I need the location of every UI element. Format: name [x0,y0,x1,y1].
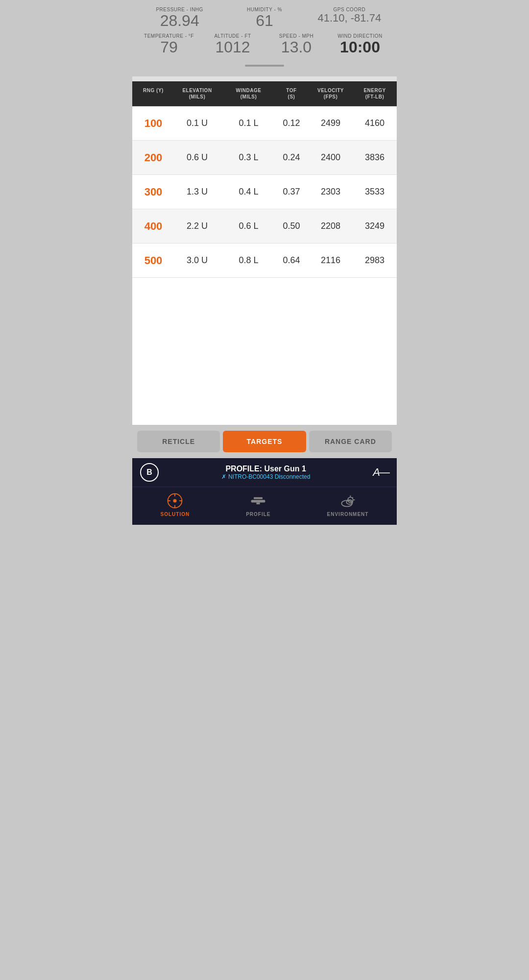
solution-icon [166,492,184,510]
windage-cell: 0.8 L [223,249,274,271]
windage-cell: 0.6 L [223,215,274,237]
gps-item: GPS COORD 41.10, -81.74 [307,7,392,29]
svg-line-11 [352,497,353,498]
energy-cell: 3533 [353,181,397,203]
windage-cell: 0.4 L [223,181,274,203]
windage-cell: 0.1 L [223,112,274,134]
elevation-cell: 0.1 U [171,112,223,134]
weather-row-1: PRESSURE - INHG 28.94 HUMIDITY - % 61 GP… [137,7,392,29]
empty-content-area [132,278,397,425]
icon-navigation: SOLUTION PROFILE ENVIRONMENT [132,487,397,525]
tof-cell: 0.12 [274,112,309,134]
tof-cell: 0.50 [274,215,309,237]
table-row: 300 1.3 U 0.4 L 0.37 2303 3533 [132,175,397,209]
gps-value: 41.10, -81.74 [307,12,392,24]
velocity-cell: 2303 [309,181,353,203]
altitude-item: ALTITUDE - FT 1012 [201,33,264,56]
pressure-item: PRESSURE - INHG 28.94 [137,7,222,29]
header-tof: ToF(s) [274,85,309,102]
table-body: 100 0.1 U 0.1 L 0.12 2499 4160 200 0.6 U… [132,106,397,278]
profile-logo: A— [373,466,389,479]
speed-item: SPEED - MPH 13.0 [264,33,328,56]
solution-nav-label: SOLUTION [161,512,190,517]
elevation-cell: 1.3 U [171,181,223,203]
humidity-value: 61 [222,12,307,29]
table-header: RNG (y) ELEVATION(mils) WINDAGE(mils) To… [132,81,397,106]
velocity-cell: 2400 [309,147,353,169]
environment-nav-item[interactable]: ENVIRONMENT [327,492,369,517]
environment-icon [339,492,357,510]
temperature-value: 79 [137,39,201,56]
profile-center: PROFILE: User Gun 1 ✗ NITRO-BC00043 Disc… [221,465,310,480]
tof-cell: 0.37 [274,181,309,203]
weather-section: PRESSURE - INHG 28.94 HUMIDITY - % 61 GP… [132,0,397,76]
environment-nav-label: ENVIRONMENT [327,512,369,517]
altitude-value: 1012 [201,39,264,56]
svg-rect-8 [257,503,260,505]
table-row: 100 0.1 U 0.1 L 0.12 2499 4160 [132,106,397,141]
weather-row-2: TEMPERATURE - °F 79 ALTITUDE - FT 1012 S… [137,33,392,56]
energy-cell: 2983 [353,249,397,271]
table-row: 500 3.0 U 0.8 L 0.64 2116 2983 [132,244,397,278]
header-energy: ENERGY(ft-lb) [353,85,397,102]
energy-cell: 3836 [353,147,397,169]
elevation-cell: 2.2 U [171,215,223,237]
humidity-item: HUMIDITY - % 61 [222,7,307,29]
range-cell: 200 [132,146,171,170]
wind-value: 10:00 [328,39,392,56]
table-row: 200 0.6 U 0.3 L 0.24 2400 3836 [132,141,397,175]
header-windage: WINDAGE(mils) [223,85,274,102]
profile-bar: B PROFILE: User Gun 1 ✗ NITRO-BC00043 Di… [132,458,397,487]
range-cell: 100 [132,111,171,136]
velocity-cell: 2116 [309,249,353,271]
header-rng: RNG (y) [132,85,171,102]
speed-value: 13.0 [264,39,328,56]
range-card-tab-button[interactable]: RANGE CARD [309,431,392,452]
range-cell: 300 [132,180,171,204]
solution-nav-item[interactable]: SOLUTION [161,492,190,517]
svg-rect-6 [251,500,265,503]
header-velocity: VELOCITY(fps) [309,85,353,102]
windage-cell: 0.3 L [223,147,274,169]
elevation-cell: 3.0 U [171,249,223,271]
bottom-tab-bar: RETICLE TARGETS RANGE CARD [132,425,397,458]
profile-title: PROFILE: User Gun 1 [221,465,310,473]
svg-rect-7 [254,497,263,499]
range-cell: 400 [132,214,171,239]
tof-cell: 0.64 [274,249,309,271]
reticle-tab-button[interactable]: RETICLE [137,431,220,452]
profile-nav-item[interactable]: PROFILE [246,492,270,517]
profile-b-icon[interactable]: B [140,463,159,482]
elevation-cell: 0.6 U [171,147,223,169]
section-divider [132,76,397,81]
svg-point-1 [173,499,177,503]
profile-device-name: NITRO-BC00043 Disconnected [228,473,310,480]
tof-cell: 0.24 [274,147,309,169]
table-row: 400 2.2 U 0.6 L 0.50 2208 3249 [132,209,397,244]
temperature-item: TEMPERATURE - °F 79 [137,33,201,56]
energy-cell: 4160 [353,112,397,134]
scroll-indicator-bar [137,60,392,69]
velocity-cell: 2499 [309,112,353,134]
range-table-section: RNG (y) ELEVATION(mils) WINDAGE(mils) To… [132,81,397,278]
bluetooth-icon: ✗ [221,473,226,480]
profile-icon [249,492,267,510]
profile-nav-label: PROFILE [246,512,270,517]
targets-tab-button[interactable]: TARGETS [223,431,306,452]
energy-cell: 3249 [353,215,397,237]
header-elevation: ELEVATION(mils) [171,85,223,102]
velocity-cell: 2208 [309,215,353,237]
pressure-value: 28.94 [137,12,222,29]
wind-item: WIND DIRECTION 10:00 [328,33,392,56]
profile-subtitle: ✗ NITRO-BC00043 Disconnected [221,473,310,480]
range-cell: 500 [132,248,171,273]
